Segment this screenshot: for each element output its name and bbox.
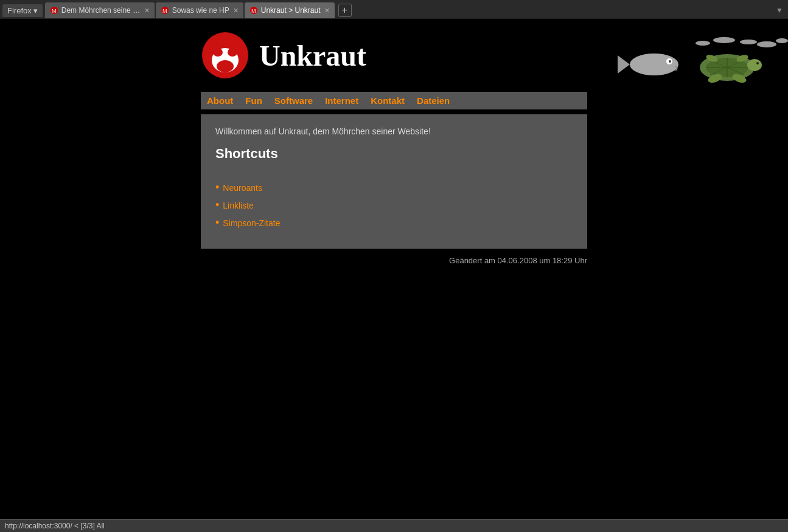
status-url: http://localhost:3000/ < [3/3] All <box>5 522 105 530</box>
nav-fun[interactable]: Fun <box>245 95 262 106</box>
main-content: Willkommen auf Unkraut, dem Möhrchen sei… <box>201 114 587 249</box>
tab-bar: Firefox ▾ M Dem Möhrchen seine Website ✕… <box>0 0 788 18</box>
svg-text:M: M <box>251 8 256 14</box>
tab-1-icon: M <box>50 6 58 15</box>
site-logo <box>201 31 249 80</box>
shortcut-item-1: • Neuroants <box>215 181 573 194</box>
svg-point-15 <box>776 38 788 43</box>
welcome-text: Willkommen auf Unkraut, dem Möhrchen sei… <box>215 126 573 136</box>
svg-point-27 <box>756 62 759 64</box>
tab-2-icon: M <box>161 6 169 15</box>
shortcut-item-3: • Simpson-Zitate <box>215 216 573 229</box>
status-bar: http://localhost:3000/ < [3/3] All <box>0 519 788 530</box>
tab-2-close[interactable]: ✕ <box>233 7 239 15</box>
svg-point-16 <box>630 54 678 75</box>
shortcut-link-neuroants[interactable]: Neuroants <box>223 183 262 193</box>
firefox-menu-button[interactable]: Firefox ▾ <box>2 4 43 17</box>
bullet-2: • <box>215 199 219 212</box>
nav-internet[interactable]: Internet <box>325 95 358 106</box>
tab-3-label: Unkraut > Unkraut <box>261 6 321 15</box>
svg-point-13 <box>740 40 757 44</box>
main-nav: AboutFunSoftwareInternetKontaktDateien <box>201 92 587 109</box>
svg-point-19 <box>669 60 671 63</box>
nav-dateien[interactable]: Dateien <box>417 95 450 106</box>
bullet-3: • <box>215 216 219 229</box>
browser-tab-3[interactable]: M Unkraut > Unkraut ✕ <box>245 2 335 18</box>
tab-3-icon: M <box>249 6 258 15</box>
svg-text:M: M <box>162 8 167 14</box>
tab-2-label: Sowas wie ne HP <box>172 6 229 15</box>
new-tab-button[interactable]: + <box>338 4 352 17</box>
shortcut-link-linkliste[interactable]: Linkliste <box>223 201 254 210</box>
site-header: Unkraut <box>0 19 788 92</box>
shortcuts-heading: Shortcuts <box>215 146 573 162</box>
browser-tab-1[interactable]: M Dem Möhrchen seine Website ✕ <box>45 2 155 18</box>
turtle-decoration <box>605 37 788 86</box>
firefox-dropdown-icon: ▾ <box>33 6 38 15</box>
tab-1-label: Dem Möhrchen seine Website <box>61 6 141 15</box>
scroll-arrow: ▼ <box>773 5 786 16</box>
page-footer: Geändert am 04.06.2008 um 18:29 Uhr <box>201 256 587 265</box>
nav-kontakt[interactable]: Kontakt <box>371 95 405 106</box>
nav-about[interactable]: About <box>207 95 233 106</box>
bullet-1: • <box>215 181 219 194</box>
modified-date: Geändert am 04.06.2008 um 18:29 Uhr <box>449 256 587 265</box>
nav-software[interactable]: Software <box>274 95 313 106</box>
svg-marker-17 <box>618 55 630 74</box>
browser-tab-2[interactable]: M Sowas wie ne HP ✕ <box>156 2 243 18</box>
site-title: Unkraut <box>259 39 366 72</box>
svg-point-9 <box>228 48 237 57</box>
svg-point-10 <box>217 60 234 72</box>
svg-point-12 <box>713 37 735 43</box>
shortcut-link-simpson[interactable]: Simpson-Zitate <box>223 218 280 228</box>
svg-text:M: M <box>52 8 57 14</box>
tab-1-close[interactable]: ✕ <box>144 7 150 15</box>
svg-point-11 <box>696 41 710 46</box>
shortcuts-list: • Neuroants • Linkliste • Simpson-Zitate <box>215 181 573 229</box>
page-content: Unkraut <box>0 19 788 530</box>
browser-chrome: Firefox ▾ M Dem Möhrchen seine Website ✕… <box>0 0 788 19</box>
svg-point-8 <box>213 48 223 57</box>
firefox-label: Firefox <box>7 6 32 15</box>
shortcut-item-2: • Linkliste <box>215 199 573 212</box>
svg-point-14 <box>757 41 776 47</box>
tab-3-close[interactable]: ✕ <box>324 7 330 15</box>
svg-point-26 <box>747 59 762 71</box>
